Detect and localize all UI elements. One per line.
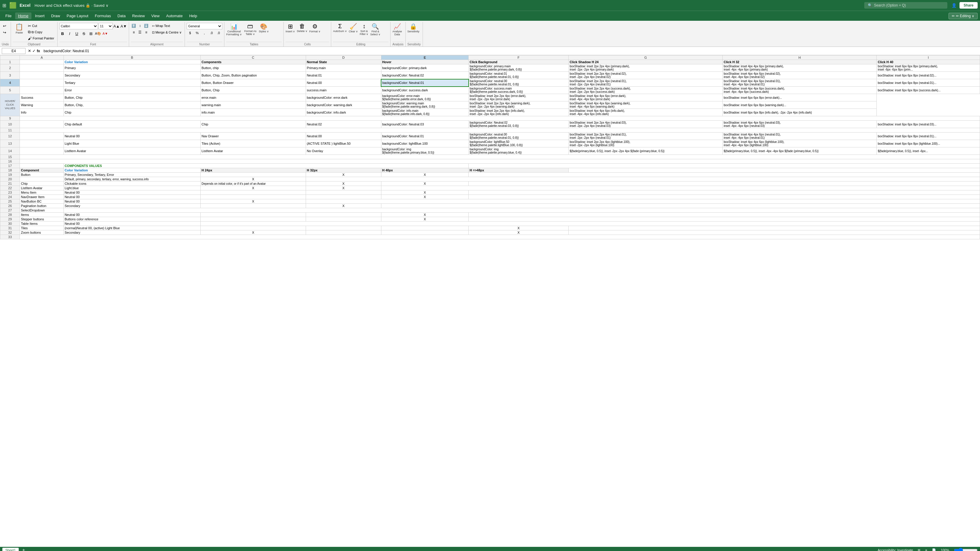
cell-a27[interactable]: SelectDropdown — [20, 208, 64, 213]
cell-i12[interactable]: boxShadow: inset 6px 6px 8px (neutral.01… — [877, 133, 980, 140]
format-painter-button[interactable]: 🖌 Format Painter — [27, 35, 56, 41]
cell-f8[interactable]: backgroundColor: info.main${fade(theme.p… — [381, 109, 469, 116]
cell-b22[interactable]: Light.blue — [64, 186, 200, 191]
cell-rest21[interactable] — [469, 181, 980, 186]
clear-button[interactable]: 🧹 Clear ∨ — [349, 23, 358, 33]
cell-c5[interactable]: Button, Chip — [200, 87, 306, 94]
cell-h14[interactable]: ${fade(primary.blue, 0.5)}, inset -4px -… — [723, 148, 877, 155]
cell-f6[interactable]: backgroundColor: error.main${fade(theme.… — [381, 94, 469, 102]
cell-rest20[interactable] — [306, 177, 980, 181]
search-box[interactable]: 🔍 — [864, 2, 947, 9]
strikethrough-button[interactable]: S — [81, 30, 87, 37]
cell-rest25[interactable] — [306, 199, 980, 204]
cell-c10[interactable]: Chip — [200, 121, 306, 128]
cell-e14[interactable]: backgroundColor: img${fade(theme.palette… — [381, 148, 469, 155]
cell-i8[interactable]: boxShadow: inset 6px 6px 8px (info.dark)… — [723, 109, 877, 116]
cell-f32[interactable]: X — [469, 230, 569, 235]
cell-g12[interactable]: boxShadow: inset 2px 2px 4px (neutral.01… — [569, 133, 723, 140]
cell-a2[interactable] — [20, 64, 64, 72]
find-select-button[interactable]: 🔍 Find &Select ∨ — [370, 23, 380, 36]
cell-b28[interactable]: Neutral 00 — [64, 213, 200, 217]
cell-row9[interactable] — [20, 116, 980, 121]
cell-a3[interactable] — [20, 72, 64, 79]
cell-d1[interactable]: Normal State — [306, 60, 381, 64]
cell-b17-section[interactable]: COMPONENTS VALUES — [64, 164, 469, 168]
cell-d31[interactable] — [306, 226, 381, 230]
cell-g1[interactable]: Click Shadow H 24 — [569, 60, 723, 64]
cell-d18[interactable]: H 32px — [306, 168, 381, 173]
cell-a20[interactable] — [20, 177, 64, 181]
fill-color-button[interactable]: A🎨 — [95, 30, 102, 37]
cell-b2[interactable]: Primary — [64, 64, 200, 72]
cell-i7[interactable]: boxShadow: inset 6px 6px 8px (warning.da… — [723, 102, 877, 109]
number-format-selector[interactable]: General — [187, 23, 222, 29]
col-header-h[interactable]: H — [723, 56, 877, 60]
cell-e21[interactable]: X — [381, 181, 469, 186]
col-header-c[interactable]: C — [200, 56, 306, 60]
cell-f18[interactable]: H =>48px — [469, 168, 569, 173]
col-header-e[interactable]: E — [381, 56, 469, 60]
align-bottom-button[interactable]: ⬇️ — [143, 23, 149, 29]
cell-d8[interactable]: info.main — [200, 109, 306, 116]
cell-b26[interactable]: Secondary — [64, 204, 200, 208]
col-header-f[interactable]: F — [469, 56, 569, 60]
cell-e18[interactable]: H 40px — [381, 168, 469, 173]
currency-button[interactable]: $ — [187, 30, 193, 36]
app-grid-icon[interactable]: ⊞ — [2, 3, 6, 8]
cell-a17[interactable] — [20, 164, 64, 168]
cell-a5[interactable] — [20, 87, 64, 94]
font-size-selector[interactable]: 11 — [99, 23, 113, 29]
cell-a26[interactable]: Pagination button — [20, 204, 64, 208]
align-middle-button[interactable]: ↕ — [137, 23, 143, 29]
cell-row16[interactable] — [20, 159, 980, 164]
cell-g3[interactable]: boxShadow: inset 2px 2px 4px (neutral.02… — [569, 72, 723, 79]
cell-f4[interactable]: backgroundColor: neutral.00${fade(theme.… — [469, 79, 569, 87]
cell-a14[interactable] — [20, 148, 64, 155]
cell-c23[interactable] — [200, 191, 306, 195]
styles-button[interactable]: 🎨 Styles ∨ — [259, 23, 269, 33]
menu-home[interactable]: Home — [15, 13, 32, 19]
view-page-break-button[interactable]: 📄 — [932, 548, 936, 551]
cell-g6[interactable]: boxShadow: inset 2px 2px 4px (error.dark… — [469, 94, 569, 102]
cell-c32[interactable]: X — [200, 230, 306, 235]
col-header-g[interactable]: G — [569, 56, 723, 60]
cell-rest26[interactable] — [381, 204, 980, 208]
cell-g2[interactable]: boxShadow: inset 2px 2px 4px (primary.da… — [569, 64, 723, 72]
cell-a32[interactable]: Zoom buttons — [20, 230, 64, 235]
cell-e24[interactable]: X — [381, 195, 469, 199]
cell-i3[interactable]: boxShadow: inset 6px 6px 8px (neutral.02… — [877, 72, 980, 79]
cell-c26[interactable] — [200, 204, 306, 208]
cell-g4[interactable]: boxShadow: inset 2px 2px 4px (neutral.01… — [569, 79, 723, 87]
cell-f3[interactable]: backgroundColor: neutral.01${fade(theme.… — [469, 72, 569, 79]
cell-a25[interactable]: NavButton BC — [20, 199, 64, 204]
cell-d14[interactable]: No Overlay — [306, 148, 381, 155]
cell-g7[interactable]: boxShadow: inset 2px 2px 4px (warning.da… — [469, 102, 569, 109]
cell-a12[interactable] — [20, 133, 64, 140]
cell-d3[interactable]: Neutral.01 — [306, 72, 381, 79]
cell-a10[interactable] — [20, 121, 64, 128]
cell-rest30[interactable] — [200, 222, 980, 226]
cell-a31[interactable]: Tiles — [20, 226, 64, 230]
view-normal-button[interactable]: ⊞ — [918, 548, 920, 551]
format-as-table-button[interactable]: 🗃 Format AsTable ∨ — [244, 23, 256, 36]
cell-f12[interactable]: backgroundColor: neutral.00${fade(theme.… — [469, 133, 569, 140]
cell-b5[interactable]: Error — [64, 87, 200, 94]
cell-b21[interactable]: Clickable icons — [64, 181, 200, 186]
col-header-b[interactable]: B — [64, 56, 200, 60]
analyse-data-button[interactable]: 📈 AnalyseData — [392, 23, 402, 36]
cell-c21[interactable]: Depends on initial color, or if it's par… — [200, 181, 306, 186]
cell-e12[interactable]: backgroundColor: Neutral.01 — [381, 133, 469, 140]
cell-e1[interactable]: Hover — [381, 60, 469, 64]
cell-a29[interactable]: Stepper buttons — [20, 217, 64, 222]
wrap-text-button[interactable]: ⇦ Wrap Text — [151, 23, 171, 29]
cell-e5[interactable]: backgroundColor: success.dark — [381, 87, 469, 94]
cell-reference-box[interactable] — [2, 48, 25, 54]
cell-e3[interactable]: backgroundColor: Neutral.02 — [381, 72, 469, 79]
cell-b7[interactable]: Warning — [20, 102, 64, 109]
cell-i1[interactable]: Click H 40 — [877, 60, 980, 64]
percent-button[interactable]: % — [194, 30, 200, 36]
cell-c22[interactable]: X — [200, 186, 306, 191]
editing-button[interactable]: ✏ ✏ Editing ∨ — [948, 13, 978, 19]
cell-d12[interactable]: Neutral.00 — [306, 133, 381, 140]
cell-h13[interactable]: boxShadow: inset 4px 4px 6px (lightblue.… — [723, 140, 877, 148]
